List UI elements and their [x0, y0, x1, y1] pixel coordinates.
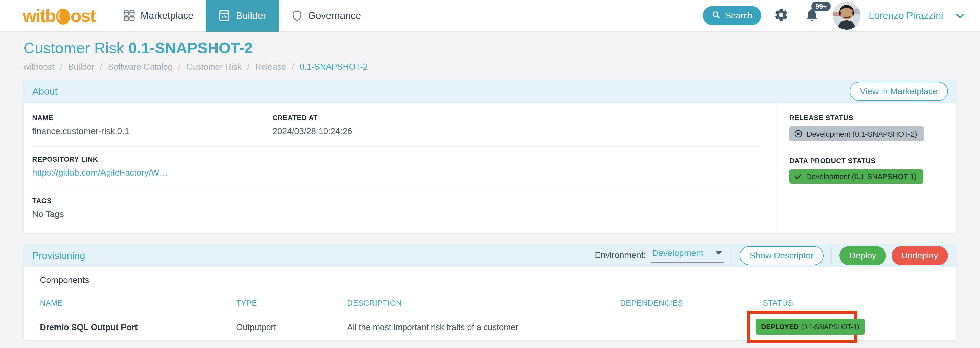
code-window-icon: </> [218, 9, 231, 22]
field-label: TAGS [32, 197, 760, 205]
components-table: NAME TYPE DESCRIPTION DEPENDENCIES STATU… [40, 299, 948, 336]
status-version: (0.1-SNAPSHOT-1) [801, 323, 859, 330]
breadcrumb-item-software-catalog[interactable]: Software Catalog [94, 62, 173, 72]
search-button[interactable]: Search [703, 6, 762, 25]
about-header-band: About View in Marketplace [24, 79, 956, 104]
highlight-annotation-box: DEPLOYED (0.1-SNAPSHOT-1) [747, 311, 857, 343]
provisioning-card: Provisioning Environment: Development Sh… [24, 244, 956, 340]
logo-text-left: witb [22, 6, 55, 25]
column-header-dependencies: DEPENDENCIES [620, 299, 763, 307]
release-status-badge: Development (0.1-SNAPSHOT-2) [789, 126, 924, 141]
field-label: DATA PRODUCT STATUS [789, 157, 948, 165]
settings-button[interactable] [774, 7, 789, 24]
logo-text-right: ost [70, 6, 95, 25]
field-label: RELEASE STATUS [789, 114, 948, 122]
nav-item-governance[interactable]: Governance [278, 0, 373, 32]
data-product-status-badge: Development (0.1-SNAPSHOT-1) [789, 169, 923, 184]
nav-item-builder[interactable]: </> Builder [206, 0, 278, 32]
provisioning-header-band: Provisioning Environment: Development Sh… [24, 244, 956, 267]
nav-item-label: Marketplace [141, 10, 194, 21]
show-descriptor-button[interactable]: Show Descriptor [740, 246, 824, 265]
shield-icon [291, 10, 303, 22]
field-value: 2024/03/28 10:24:26 [272, 126, 760, 137]
avatar[interactable] [833, 2, 861, 29]
status-text: DEPLOYED [761, 323, 799, 330]
dropdown-caret-icon [716, 252, 722, 255]
divider [731, 247, 732, 264]
column-header-name: NAME [40, 299, 236, 307]
breadcrumb-item-customer-risk[interactable]: Customer Risk [173, 62, 242, 72]
view-in-marketplace-button[interactable]: View in Marketplace [850, 81, 948, 101]
field-label: NAME [32, 114, 272, 122]
component-name-cell: Dremio SQL Output Port [40, 322, 236, 332]
field-value: No Tags [32, 209, 760, 220]
field-label: CREATED AT [272, 114, 760, 122]
deploy-button[interactable]: Deploy [840, 246, 886, 265]
environment-value: Development [652, 248, 703, 259]
nav-item-label: Builder [236, 10, 266, 21]
badge-label: Development (0.1-SNAPSHOT-1) [806, 172, 916, 180]
nav-item-marketplace[interactable]: Marketplace [110, 0, 206, 32]
user-menu-chevron-down-icon[interactable] [955, 10, 966, 21]
nav-right: Search 99+ [703, 2, 980, 29]
divider [32, 146, 760, 147]
table-row: Dremio SQL Output Port Outputport All th… [40, 318, 948, 336]
component-description-cell: All the most important risk traits of a … [347, 322, 620, 332]
search-label: Search [725, 11, 753, 21]
column-header-description: DESCRIPTION [347, 299, 620, 307]
column-header-type: TYPE [236, 299, 347, 307]
field-created-at: CREATED AT 2024/03/28 10:24:26 [272, 114, 760, 137]
user-name[interactable]: Lorenzo Pirazzini [869, 10, 943, 21]
component-type-cell: Outputport [236, 322, 347, 332]
witboost-logo[interactable]: witb ost [22, 6, 95, 25]
grid-icon [123, 9, 135, 22]
notifications-button[interactable]: 99+ [804, 7, 820, 24]
logo-blob-icon [56, 8, 70, 24]
bell-icon [804, 15, 820, 24]
field-repository-link: REPOSITORY LINK https://gitlab.com/Agile… [32, 156, 760, 178]
search-icon [712, 10, 721, 21]
main-nav: Marketplace </> Builder G [110, 0, 373, 32]
page-title: Customer Risk 0.1-SNAPSHOT-2 [24, 39, 956, 57]
divider [832, 247, 832, 264]
provisioning-body: Components NAME TYPE DESCRIPTION DEPENDE… [24, 267, 956, 340]
deployed-status-badge[interactable]: DEPLOYED (0.1-SNAPSHOT-1) [756, 319, 865, 335]
page-title-version: 0.1-SNAPSHOT-2 [128, 39, 253, 56]
components-title: Components [40, 275, 948, 286]
divider [32, 188, 760, 188]
check-icon [794, 172, 802, 180]
field-tags: TAGS No Tags [32, 197, 760, 220]
nav-item-label: Governance [308, 10, 361, 21]
field-release-status: RELEASE STATUS Development (0.1-SNAPSHOT… [789, 114, 948, 141]
gear-icon [774, 7, 789, 24]
breadcrumb: witboost Builder Software Catalog Custom… [24, 62, 956, 72]
field-name: NAME finance.customer-risk.0.1 [32, 114, 272, 137]
column-header-status: STATUS [763, 299, 948, 307]
environment-select[interactable]: Environment: Development [595, 248, 724, 263]
breadcrumb-item-witboost[interactable]: witboost [24, 62, 54, 72]
circle-x-icon [794, 129, 803, 138]
about-left-column: NAME finance.customer-risk.0.1 CREATED A… [24, 104, 776, 233]
page-content: Customer Risk 0.1-SNAPSHOT-2 witboost Bu… [0, 39, 980, 340]
about-right-column: RELEASE STATUS Development (0.1-SNAPSHOT… [776, 104, 956, 233]
repository-link[interactable]: https://gitlab.com/AgileFactory/W… [32, 168, 760, 178]
provisioning-section-title: Provisioning [32, 250, 85, 261]
breadcrumb-item-release[interactable]: Release [242, 62, 286, 72]
field-data-product-status: DATA PRODUCT STATUS Development (0.1-SNA… [789, 157, 948, 184]
undeploy-button[interactable]: Undeploy [892, 246, 948, 265]
notification-count-badge: 99+ [811, 1, 831, 11]
badge-label: Development (0.1-SNAPSHOT-2) [807, 130, 917, 138]
field-label: REPOSITORY LINK [32, 156, 760, 163]
about-card: About View in Marketplace NAME finance.c… [24, 79, 956, 233]
component-status-cell: DEPLOYED (0.1-SNAPSHOT-1) [763, 318, 948, 336]
breadcrumb-item-builder[interactable]: Builder [54, 62, 94, 72]
about-section-title: About [32, 86, 57, 97]
field-value: finance.customer-risk.0.1 [32, 126, 272, 137]
breadcrumb-item-current: 0.1-SNAPSHOT-2 [286, 62, 368, 72]
environment-label: Environment: [595, 251, 646, 261]
app-root: witb ost Marketplace [0, 0, 980, 348]
table-header-row: NAME TYPE DESCRIPTION DEPENDENCIES STATU… [40, 299, 948, 307]
about-body: NAME finance.customer-risk.0.1 CREATED A… [24, 104, 956, 233]
svg-text:</>: </> [222, 15, 228, 19]
top-nav: witb ost Marketplace [0, 0, 980, 32]
